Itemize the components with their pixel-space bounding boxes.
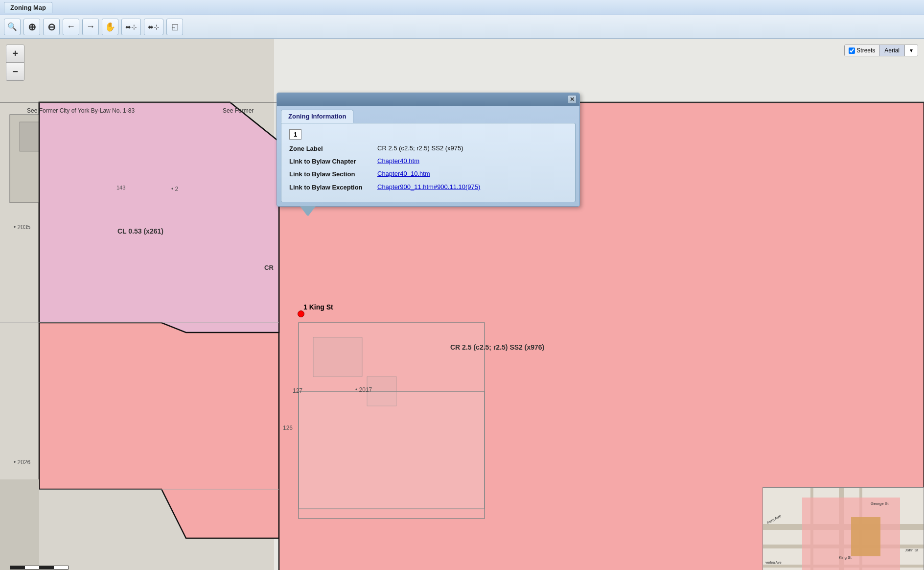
streets-checkbox[interactable]	[849, 48, 855, 54]
zone-label-key: Zone Label	[289, 144, 377, 153]
zoom-out-tool-btn[interactable]: ⊖	[43, 19, 60, 35]
zoom-controls: + −	[6, 45, 24, 81]
popup-content: 1 Zone Label CR 2.5 (c2.5; r2.5) SS2 (x9…	[281, 123, 576, 202]
svg-rect-17	[299, 391, 485, 519]
map-area[interactable]: + − Streets Aerial ▾ See Former City of …	[0, 39, 924, 570]
popup-callout-arrow	[277, 206, 580, 216]
forward-icon: →	[86, 22, 95, 32]
svg-text:John St: John St	[905, 548, 919, 552]
back-tool-btn[interactable]: ←	[63, 19, 79, 35]
svg-rect-18	[0, 479, 39, 570]
map-label-126: 126	[283, 425, 293, 431]
toolbar: 🔍 ⊕ ⊖ ← → ✋ ⬌⊹ ⬌⊹ ◱	[0, 15, 924, 39]
tab-zoning-information[interactable]: Zoning Information	[281, 110, 353, 123]
measure-area-icon: ⬌⊹	[148, 23, 160, 31]
mini-map[interactable]: Fern Ave George St King St John St verle…	[762, 487, 924, 570]
map-label-2026: • 2026	[14, 459, 30, 466]
bylaw-chapter-value: Chapter40.htm	[377, 157, 567, 166]
zoom-in-icon: ⊕	[28, 21, 36, 33]
popup-window: ✕ Zoning Information 1 Zone Label CR 2.5…	[277, 93, 580, 207]
measure-distance-icon: ⬌⊹	[125, 23, 137, 31]
svg-text:King St: King St	[839, 555, 852, 560]
streets-checkbox-container[interactable]: Streets	[845, 45, 879, 56]
scale-bar: 0 10 20m	[10, 566, 69, 570]
info-row-bylaw-chapter: Link to Bylaw Chapter Chapter40.htm	[289, 157, 567, 166]
measure-area-btn[interactable]: ⬌⊹	[144, 19, 163, 35]
streets-label: Streets	[856, 47, 875, 54]
svg-marker-11	[39, 102, 279, 332]
aerial-button[interactable]: Aerial	[879, 45, 905, 56]
popup-titlebar: ✕	[277, 93, 579, 106]
layer-toggle: Streets Aerial ▾	[844, 45, 918, 56]
record-badge: 1	[289, 129, 301, 140]
popup-tab-bar: Zoning Information	[281, 110, 576, 123]
search-tool-btn[interactable]: 🔍	[4, 19, 21, 35]
info-popup: ✕ Zoning Information 1 Zone Label CR 2.5…	[277, 93, 580, 216]
zoom-in-button[interactable]: +	[6, 45, 24, 63]
bylaw-section-link[interactable]: Chapter40_10.htm	[377, 170, 430, 177]
map-label-2035: • 2035	[14, 224, 30, 231]
aerial-dropdown[interactable]: ▾	[905, 45, 918, 56]
zoom-out-button[interactable]: −	[6, 63, 24, 80]
map-label-2: • 2	[171, 186, 178, 192]
zoom-in-tool-btn[interactable]: ⊕	[23, 19, 40, 35]
map-label-2017: • 2017	[355, 386, 372, 393]
map-label-143: 143	[116, 185, 125, 190]
map-label-cr2-5-x976: CR 2.5 (c2.5; r2.5) SS2 (x976)	[450, 343, 544, 351]
popup-close-button[interactable]: ✕	[568, 95, 577, 104]
location-label: 1 King St	[303, 303, 333, 311]
search-icon: 🔍	[7, 22, 17, 31]
bylaw-chapter-link[interactable]: Chapter40.htm	[377, 157, 419, 165]
bylaw-section-key: Link to Bylaw Section	[289, 170, 377, 179]
bylaw-chapter-key: Link to Bylaw Chapter	[289, 157, 377, 166]
zone-label-value: CR 2.5 (c2.5; r2.5) SS2 (x975)	[377, 144, 567, 153]
title-bar: Zoning Map	[0, 0, 924, 15]
map-label-cl053: CL 0.53 (x261)	[117, 227, 163, 235]
zoom-out-icon: ⊖	[47, 21, 56, 33]
map-annotation-former: See Former	[223, 107, 254, 114]
map-annotation-york-bylaw: See Former City of York By-Law No. 1-83	[27, 107, 135, 114]
bylaw-section-value: Chapter40_10.htm	[377, 170, 567, 179]
location-marker	[298, 310, 304, 317]
map-label-cr: CR	[264, 264, 274, 271]
info-row-bylaw-exception: Link to Bylaw Exception Chapter900_11.ht…	[289, 183, 567, 192]
bylaw-exception-value: Chapter900_11.htm#900.11.10(975)	[377, 183, 567, 192]
info-row-bylaw-section: Link to Bylaw Section Chapter40_10.htm	[289, 170, 567, 179]
svg-text:verlea Ave: verlea Ave	[765, 561, 782, 564]
erase-icon: ◱	[171, 22, 179, 31]
erase-tool-btn[interactable]: ◱	[166, 19, 183, 35]
svg-text:George St: George St	[871, 501, 889, 506]
pan-tool-btn[interactable]: ✋	[102, 19, 118, 35]
svg-rect-15	[313, 337, 362, 377]
forward-tool-btn[interactable]: →	[82, 19, 99, 35]
back-icon: ←	[67, 22, 75, 32]
map-label-127: 127	[293, 387, 302, 394]
mini-map-inner: Fern Ave George St King St John St verle…	[763, 488, 924, 570]
popup-body: Zoning Information 1 Zone Label CR 2.5 (…	[277, 106, 579, 206]
measure-distance-btn[interactable]: ⬌⊹	[121, 19, 141, 35]
info-row-zone-label: Zone Label CR 2.5 (c2.5; r2.5) SS2 (x975…	[289, 144, 567, 153]
pan-icon: ✋	[105, 22, 116, 32]
svg-rect-28	[851, 517, 880, 556]
bylaw-exception-link[interactable]: Chapter900_11.htm#900.11.10(975)	[377, 183, 480, 190]
bylaw-exception-key: Link to Bylaw Exception	[289, 183, 377, 192]
app-title-tab[interactable]: Zoning Map	[4, 2, 52, 13]
